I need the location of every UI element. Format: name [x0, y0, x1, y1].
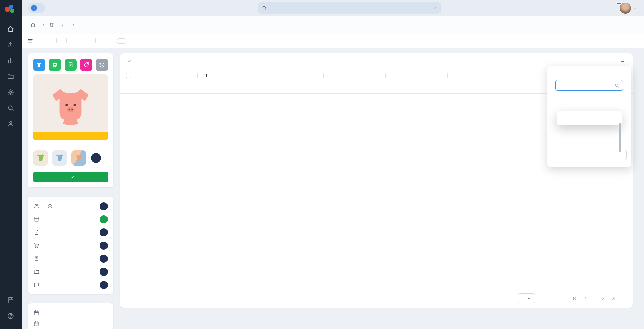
- sample-action-button[interactable]: [80, 59, 92, 71]
- tab-codes[interactable]: [86, 39, 95, 43]
- style-meta-card: [28, 303, 113, 329]
- more-thumbnails-badge[interactable]: [91, 153, 101, 163]
- add-member-button[interactable]: [47, 204, 53, 209]
- collapse-chevron-icon[interactable]: [127, 59, 132, 64]
- pagination-bar: [120, 289, 633, 308]
- tab-sales-order[interactable]: [117, 38, 126, 44]
- approval-status-dropdown[interactable]: [33, 172, 108, 182]
- count-badge: [100, 255, 108, 263]
- global-search[interactable]: [258, 2, 441, 14]
- thumbnail[interactable]: [33, 150, 48, 166]
- sidebar-help[interactable]: [3, 308, 18, 324]
- receipt-icon: [33, 255, 40, 262]
- cart-icon: [33, 242, 40, 249]
- tab-inventory[interactable]: [138, 39, 147, 43]
- history-action-button[interactable]: [96, 59, 108, 71]
- sales-order-column-header[interactable]: [136, 69, 198, 81]
- sidebar-search[interactable]: [3, 100, 18, 116]
- last-page-button[interactable]: [611, 296, 616, 301]
- product-image[interactable]: [33, 74, 108, 140]
- filter-icon[interactable]: [619, 58, 626, 65]
- select-all-option[interactable]: [557, 113, 622, 123]
- invoice-action-button[interactable]: [65, 59, 77, 71]
- style-summary-panel: [28, 53, 113, 329]
- chevron-right-icon: [41, 23, 46, 27]
- page-size-select[interactable]: [518, 293, 535, 303]
- dropdown-scrollbar-thumb[interactable]: [619, 123, 621, 152]
- select-all-checkbox[interactable]: [126, 73, 131, 78]
- tab-ecommerce[interactable]: [96, 39, 105, 43]
- search-input[interactable]: [270, 6, 429, 11]
- thumbnail[interactable]: [52, 150, 67, 166]
- previous-page-button[interactable]: [583, 296, 588, 301]
- sidebar-item-files[interactable]: [28, 265, 113, 278]
- total-label: [448, 81, 510, 94]
- create-button[interactable]: +: [28, 3, 45, 13]
- chevron-right-icon: [60, 23, 65, 27]
- home-icon: [7, 25, 14, 33]
- tab-related[interactable]: [77, 39, 85, 43]
- sidebar-analytics[interactable]: [3, 52, 18, 68]
- order-action-button[interactable]: [49, 59, 61, 71]
- upload-icon: [7, 41, 14, 48]
- tab-style[interactable]: [38, 39, 46, 43]
- sidebar-item-members[interactable]: [28, 199, 113, 213]
- sidebar-profile[interactable]: [3, 116, 18, 132]
- sidebar-folders[interactable]: [3, 68, 18, 84]
- tab-specification[interactable]: [57, 39, 66, 43]
- sidebar-milestones[interactable]: [3, 292, 18, 308]
- order-column-header[interactable]: [386, 69, 448, 81]
- thumbnail-strip: [33, 150, 108, 166]
- folder-icon: [33, 268, 40, 275]
- chevron-down-icon: [527, 296, 531, 301]
- tab-samples[interactable]: [106, 39, 115, 43]
- customer-column-header[interactable]: [198, 69, 324, 81]
- chevron-left-icon: [583, 296, 588, 301]
- tab-critical-path[interactable]: [67, 39, 76, 43]
- sidebar-item-ecommerce-status[interactable]: [28, 213, 113, 226]
- sidebar-item-comments[interactable]: [28, 278, 113, 291]
- tab-packaging[interactable]: [129, 39, 137, 43]
- flag-icon: [7, 296, 14, 304]
- help-icon: [7, 312, 14, 320]
- storefront-icon: [33, 216, 40, 222]
- sidebar-item-order-history[interactable]: [28, 239, 113, 252]
- sidebar-upload[interactable]: [3, 37, 18, 52]
- count-badge: [100, 202, 108, 210]
- count-badge: [100, 242, 108, 250]
- breadcrumb-styles[interactable]: [49, 22, 57, 28]
- etd-column-header[interactable]: [448, 69, 510, 81]
- sidebar-settings[interactable]: [3, 84, 18, 100]
- menu-icon[interactable]: [27, 38, 33, 44]
- search-filter-icon[interactable]: [432, 5, 437, 11]
- sidebar-home[interactable]: [3, 21, 18, 37]
- style-sections-card: [28, 197, 113, 294]
- search-icon: [614, 83, 619, 88]
- topbar: +: [22, 0, 644, 16]
- style-tabbar: [22, 34, 644, 48]
- sort-ascending-icon[interactable]: [204, 73, 209, 77]
- topbar-right: [616, 0, 637, 16]
- sidebar-item-costing-history[interactable]: [28, 252, 113, 265]
- tab-definition[interactable]: [47, 39, 56, 43]
- thumbnail[interactable]: [71, 150, 86, 166]
- first-page-button[interactable]: [572, 296, 577, 301]
- plus-icon: +: [31, 5, 37, 11]
- chevron-down-icon[interactable]: [633, 6, 637, 10]
- app-logo[interactable]: [5, 4, 17, 15]
- shirt-icon: [49, 22, 54, 28]
- calendar-icon: [33, 321, 39, 327]
- status-filter-input[interactable]: [555, 80, 623, 91]
- style-action-button[interactable]: [33, 59, 45, 71]
- home-icon: [30, 22, 36, 28]
- notification-badge[interactable]: [616, 2, 622, 5]
- cart-icon: [51, 62, 58, 68]
- sidebar-item-document[interactable]: [28, 226, 113, 239]
- created-column-header[interactable]: [324, 69, 386, 81]
- next-page-button[interactable]: [600, 296, 606, 301]
- breadcrumb-home[interactable]: [30, 22, 38, 28]
- collection-banner: [33, 132, 108, 140]
- filter-close-button[interactable]: [615, 150, 627, 160]
- search-icon: [7, 104, 14, 112]
- shirt-icon: [36, 62, 42, 68]
